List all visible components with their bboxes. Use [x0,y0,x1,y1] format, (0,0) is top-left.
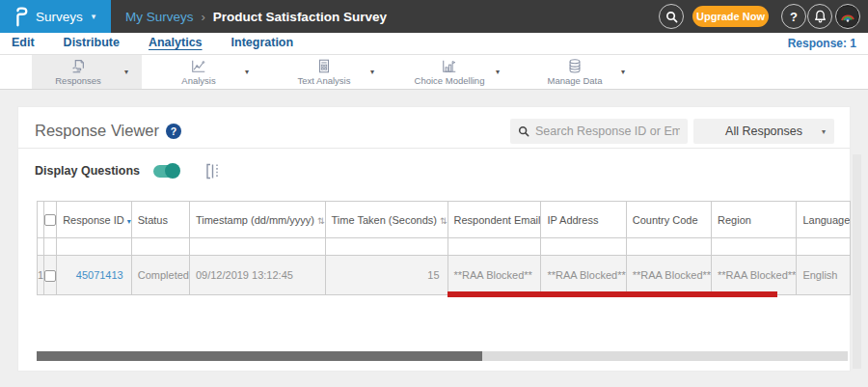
status-cell: Completed [131,256,189,295]
toolbar-label-text-analysis: Text Analysis [298,75,351,86]
chevron-down-icon: ▾ [92,12,96,21]
text-analysis-icon [315,58,333,74]
header-select-all [44,202,57,238]
display-questions-toggle[interactable] [153,165,178,178]
sort-icon: ⇅ [440,216,448,226]
choice-modelling-icon [441,58,458,74]
table-filter-row [38,238,851,256]
response-filter-select[interactable]: All Responses ▾ [693,119,834,144]
help-button[interactable]: ? [781,4,806,29]
filter-time-taken[interactable] [325,238,448,256]
horizontal-scrollbar-thumb[interactable] [37,351,482,361]
row-checkbox[interactable] [44,270,56,282]
horizontal-scrollbar[interactable] [37,351,848,361]
filter-timestamp[interactable] [189,238,325,256]
toolbar-label-responses: Responses [55,75,101,86]
product-switcher[interactable]: Surveys ▾ [0,0,111,33]
search-icon [518,125,529,137]
toolbar-item-responses[interactable]: Responses ▾ [32,55,142,89]
response-search-box[interactable] [510,119,688,144]
tab-distribute[interactable]: Distribute [64,36,120,51]
toggle-knob [165,163,180,179]
response-viewer-help-icon[interactable]: ? [166,124,181,139]
toolbar-item-analysis[interactable]: Analysis ▾ [152,55,262,89]
survey-tab-bar: Edit Distribute Analytics Integration Re… [0,33,868,55]
header-response-id[interactable]: Response ID▾ [57,202,132,238]
respondent-email-cell: **RAA Blocked** [448,256,541,295]
breadcrumb: My Surveys › Product Satisfaction Survey [111,0,387,33]
analysis-dropdown-icon[interactable]: ▾ [245,68,262,76]
search-icon [665,11,678,23]
header-country-code: Country Code [626,202,711,238]
toolbar-item-manage-data[interactable]: Manage Data ▾ [529,55,638,89]
toolbar-label-manage-data: Manage Data [547,75,602,86]
select-all-checkbox[interactable] [44,214,56,226]
header-respondent-email: Respondent Email [448,202,541,238]
question-mark-icon: ? [790,10,798,24]
manage-data-dropdown-icon[interactable]: ▾ [621,68,638,76]
response-search-input[interactable] [535,124,680,138]
avatar-image [838,7,857,26]
annotation-highlight-line [448,291,777,297]
filter-region[interactable] [712,238,797,256]
response-count-label: Response: 1 [788,37,856,50]
vertical-scrollbar[interactable] [853,154,861,369]
sort-desc-icon: ▾ [127,217,131,226]
header-ip-address: IP Address [541,202,626,238]
language-cell: English [797,256,851,295]
responses-icon [69,58,87,74]
page-title: Response Viewer [35,122,159,140]
freeze-columns-icon[interactable] [205,163,220,180]
ip-address-cell: **RAA Blocked** [541,256,626,295]
table-row: 1 45071413 Completed 09/12/2019 13:12:45… [38,256,851,295]
country-code-cell: **RAA Blocked** [626,256,711,295]
header-row-number [38,202,44,238]
toolbar-item-choice-modelling[interactable]: Choice Modelling ▾ [403,55,513,89]
response-viewer-panel: Response Viewer ? All Responses ▾ Displa… [17,106,851,372]
upgrade-now-button[interactable]: Upgrade Now [692,6,769,27]
response-id-cell[interactable]: 45071413 [57,256,132,295]
toolbar-label-analysis: Analysis [181,75,215,86]
filter-language[interactable] [797,238,851,256]
divider [18,148,850,149]
row-number: 1 [38,256,44,295]
questionpro-logo-icon [14,7,28,27]
tab-edit[interactable]: Edit [12,36,35,51]
header-time-taken[interactable]: Time Taken (Seconds)⇅ [325,202,448,238]
region-cell: **RAA Blocked** [712,256,797,295]
filter-status[interactable] [131,238,189,256]
filter-country-code[interactable] [626,238,711,256]
header-region: Region [712,202,797,238]
sort-icon: ⇅ [317,216,325,226]
user-avatar[interactable] [835,4,860,29]
notifications-button[interactable] [807,4,832,29]
breadcrumb-my-surveys[interactable]: My Surveys [125,10,194,24]
text-analysis-dropdown-icon[interactable]: ▾ [370,68,388,76]
display-questions-label: Display Questions [35,164,140,178]
tab-analytics[interactable]: Analytics [149,36,203,51]
toolbar-label-choice-modelling: Choice Modelling [415,75,485,86]
filter-respondent-email[interactable] [448,238,541,256]
chevron-down-icon: ▾ [822,127,826,136]
response-filter-value: All Responses [725,124,802,138]
breadcrumb-current-survey: Product Satisfaction Survey [213,10,387,24]
top-bar: Surveys ▾ My Surveys › Product Satisfact… [0,0,868,33]
analytics-toolbar: Responses ▾ Analysis ▾ Text [0,55,868,90]
toolbar-item-text-analysis[interactable]: Text Analysis ▾ [278,55,388,89]
header-timestamp[interactable]: Timestamp (dd/mm/yyyy)⇅ [189,202,325,238]
timestamp-cell: 09/12/2019 13:12:45 [189,256,325,295]
tab-integration[interactable]: Integration [231,36,294,51]
time-taken-cell: 15 [325,256,448,295]
breadcrumb-separator-icon: › [202,10,205,24]
filter-ip-address[interactable] [541,238,626,256]
analysis-icon [190,58,207,74]
responses-dropdown-icon[interactable]: ▾ [124,68,142,76]
header-status: Status [131,202,189,238]
global-search-button[interactable] [659,4,684,29]
header-language: Language [797,202,851,238]
manage-data-icon [566,58,583,74]
filter-response-id[interactable] [57,238,132,256]
choice-modelling-dropdown-icon[interactable]: ▾ [496,68,513,76]
row-select-cell [44,256,57,295]
bell-icon [814,10,827,23]
